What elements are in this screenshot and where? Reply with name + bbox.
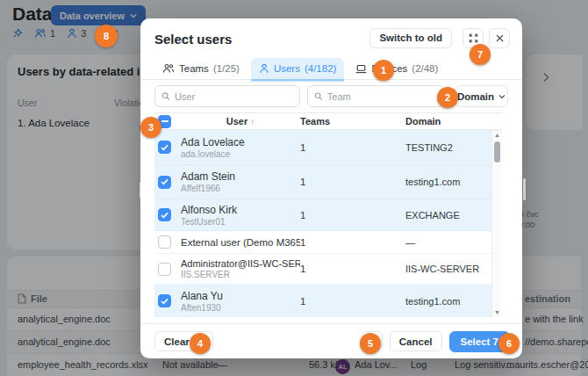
column-header-teams[interactable]: Teams <box>300 116 405 127</box>
table-header-row: User ↑ Teams Domain <box>154 112 502 130</box>
users-table: User ↑ Teams Domain Ada Lovelaceada.love… <box>154 112 502 317</box>
select-users-modal: Select users Switch to old Teams (1/25) … <box>140 18 522 358</box>
annotation-1: 1 <box>373 60 394 81</box>
modal-tabs: Teams (1/25) Users (4/182) Devices (2/48… <box>140 57 522 80</box>
modal-header: Select users Switch to old <box>140 18 522 57</box>
search-icon <box>161 91 170 101</box>
user-search-field[interactable] <box>154 85 300 107</box>
teams-icon <box>162 63 175 74</box>
annotation-3: 3 <box>140 117 161 138</box>
table-row[interactable]: Ada Lovelaceada.lovelace 1 TESTING2 <box>154 130 502 165</box>
scroll-down-icon[interactable]: ▼ <box>494 308 500 317</box>
tab-users[interactable]: Users (4/182) <box>251 58 344 79</box>
annotation-8: 8 <box>95 25 118 47</box>
annotation-7: 7 <box>470 44 491 65</box>
column-header-domain[interactable]: Domain <box>405 116 491 127</box>
search-icon <box>314 91 323 101</box>
close-icon <box>496 34 504 42</box>
table-scrollbar[interactable]: ▲ ▼ <box>491 131 502 317</box>
user-search-input[interactable] <box>175 91 293 102</box>
domain-dropdown[interactable]: Domain <box>455 85 508 107</box>
laptop-icon <box>355 64 367 74</box>
scrollbar-thumb[interactable] <box>494 141 500 163</box>
table-row[interactable]: External user (Demo M365... 1 — <box>154 231 502 254</box>
sort-ascending-icon[interactable]: ↑ <box>250 117 255 127</box>
row-checkbox[interactable] <box>158 235 171 249</box>
column-header-user[interactable]: User <box>226 116 247 127</box>
row-checkbox[interactable] <box>158 294 171 307</box>
close-button[interactable] <box>489 28 510 48</box>
switch-to-old-button[interactable]: Switch to old <box>369 28 452 48</box>
row-checkbox[interactable] <box>158 176 171 189</box>
annotation-4: 4 <box>190 333 211 354</box>
annotation-5: 5 <box>360 333 381 354</box>
user-icon <box>259 63 269 74</box>
row-checkbox[interactable] <box>158 141 171 154</box>
table-row[interactable]: Alana YuAften1930 1 testing1.com <box>154 285 502 317</box>
annotation-2: 2 <box>437 87 458 108</box>
team-search-field[interactable] <box>307 85 443 107</box>
row-checkbox[interactable] <box>158 208 171 221</box>
background-sliver <box>523 178 526 200</box>
row-checkbox[interactable] <box>158 263 171 276</box>
tab-devices[interactable]: Devices (2/48) <box>348 58 446 79</box>
expand-icon <box>469 33 478 43</box>
team-search-input[interactable] <box>327 91 436 102</box>
tab-teams[interactable]: Teams (1/25) <box>154 58 247 79</box>
scroll-up-icon[interactable]: ▲ <box>494 131 500 140</box>
annotation-6: 6 <box>498 333 520 354</box>
table-row[interactable]: Alfonso KirkTestUser01 1 EXCHANGE <box>154 199 502 231</box>
modal-title: Select users <box>154 32 232 47</box>
modal-filters: Domain <box>140 80 522 112</box>
chevron-down-icon <box>498 94 506 99</box>
table-row[interactable]: Adam SteinAffelf1966 1 testing1.com <box>154 165 502 199</box>
cancel-button[interactable]: Cancel <box>390 331 442 351</box>
table-row[interactable]: Administrator@IIS-WC-SER...IIS.SERVER 1 … <box>154 254 502 285</box>
